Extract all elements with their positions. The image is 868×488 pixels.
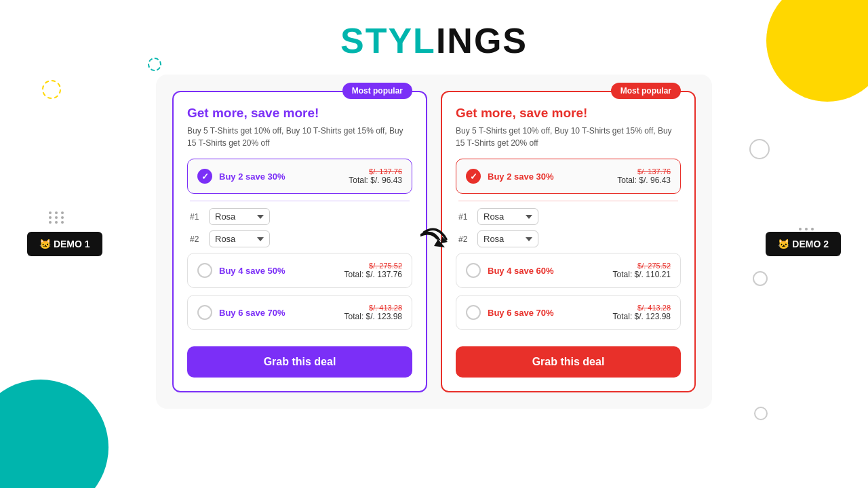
deal-total-right-1: Total: $/. 96.43	[617, 176, 671, 185]
deal-total-right-3: Total: $/. 123.98	[613, 312, 671, 321]
deal-original-left-1: $/. 137.76	[349, 167, 402, 176]
card-right: Most popular Get more, save more! Buy 5 …	[441, 91, 696, 392]
dropdowns-right: #1 Rosa Blue Green #2 Rosa Blue Green	[458, 208, 678, 247]
deal-right-left-3: Buy 6 save 70%	[466, 305, 554, 320]
deco-circle-right-bot	[754, 407, 768, 420]
radio-left-1: ✓	[197, 169, 212, 184]
deal-option-right-1[interactable]: ✓ Buy 2 save 30% $/. 137.76 Total: $/. 9…	[456, 159, 681, 194]
arrow-container	[414, 220, 454, 264]
deal-left-2: Buy 4 save 50%	[197, 263, 285, 278]
dropdown-item-left-1: #1 Rosa Blue Green	[190, 208, 410, 225]
deal-label-right-2: Buy 4 save 60%	[488, 266, 554, 276]
deal-option-right-3[interactable]: Buy 6 save 70% $/. 413.28 Total: $/. 123…	[456, 295, 681, 330]
deal-original-left-3: $/. 413.28	[344, 304, 402, 312]
deal-original-left-2: $/. 275.52	[344, 262, 402, 270]
dropdown-select-left-1[interactable]: Rosa Blue Green	[209, 208, 270, 225]
dropdown-label-left-1: #1	[190, 212, 203, 222]
dropdown-select-right-1[interactable]: Rosa Blue Green	[477, 208, 538, 225]
deal-right-1: $/. 137.76 Total: $/. 96.43	[349, 167, 402, 185]
card-left-desc: Buy 5 T-Shirts get 10% off, Buy 10 T-Shi…	[187, 125, 412, 149]
deal-right-left-1: ✓ Buy 2 save 30%	[466, 169, 554, 184]
radio-left-2	[197, 263, 212, 278]
card-left-title: Get more, save more!	[187, 106, 412, 121]
demo-label-right: 🐱 DEMO 2	[766, 232, 841, 256]
deal-label-left-1: Buy 2 save 30%	[219, 171, 285, 182]
dropdown-select-right-2[interactable]: Rosa Blue Green	[477, 230, 538, 247]
deal-original-right-3: $/. 413.28	[613, 304, 671, 312]
dropdown-label-right-2: #2	[458, 235, 472, 244]
dropdown-label-right-1: #1	[458, 212, 472, 222]
deal-price-right-3: $/. 413.28 Total: $/. 123.98	[613, 304, 671, 321]
deal-right-3: $/. 413.28 Total: $/. 123.98	[344, 304, 402, 321]
deal-total-left-3: Total: $/. 123.98	[344, 312, 402, 321]
deal-right-2: $/. 275.52 Total: $/. 137.76	[344, 262, 402, 279]
radio-right-2	[466, 263, 481, 278]
deal-original-right-2: $/. 275.52	[613, 262, 671, 270]
dropdown-item-right-1: #1 Rosa Blue Green	[458, 208, 678, 225]
card-right-title: Get more, save more!	[456, 106, 681, 121]
radio-left-3	[197, 305, 212, 320]
badge-right: Most popular	[611, 83, 681, 99]
card-right-desc: Buy 5 T-Shirts get 10% off, Buy 10 T-Shi…	[456, 125, 681, 149]
dropdown-item-right-2: #2 Rosa Blue Green	[458, 230, 678, 247]
deal-original-right-1: $/. 137.76	[617, 167, 671, 176]
divider-left	[190, 201, 410, 201]
cta-button-left[interactable]: Grab this deal	[187, 346, 412, 378]
radio-right-1: ✓	[466, 169, 481, 184]
divider-right	[458, 201, 678, 201]
deal-total-right-2: Total: $/. 110.21	[613, 270, 671, 279]
deal-price-right-1: $/. 137.76 Total: $/. 96.43	[617, 167, 671, 185]
deal-option-left-1[interactable]: ✓ Buy 2 save 30% $/. 137.76 Total: $/. 9…	[187, 159, 412, 194]
dropdown-item-left-2: #2 Rosa Blue Green	[190, 230, 410, 247]
brand-black: INGS	[436, 21, 528, 60]
main-container: Most popular Get more, save more! Buy 5 …	[0, 75, 868, 409]
cta-button-right[interactable]: Grab this deal	[456, 346, 681, 378]
brand-teal: STYL	[340, 21, 436, 60]
deal-left-1: ✓ Buy 2 save 30%	[197, 169, 285, 184]
arrow-icon	[414, 220, 454, 261]
dropdowns-left: #1 Rosa Blue Green #2 Rosa Blue Green	[190, 208, 410, 247]
deal-label-right-1: Buy 2 save 30%	[488, 171, 554, 182]
deal-option-left-2[interactable]: Buy 4 save 50% $/. 275.52 Total: $/. 137…	[187, 253, 412, 288]
checkmark-right-icon: ✓	[470, 171, 477, 182]
deal-price-right-2: $/. 275.52 Total: $/. 110.21	[613, 262, 671, 279]
header: STYLINGS	[0, 0, 868, 75]
deal-label-left-2: Buy 4 save 50%	[219, 266, 285, 276]
deal-total-left-1: Total: $/. 96.43	[349, 176, 402, 185]
badge-left: Most popular	[342, 83, 412, 99]
demo-right-text: 🐱 DEMO 2	[778, 239, 829, 249]
demo-label-left: 🐱 DEMO 1	[27, 232, 102, 256]
deal-label-right-3: Buy 6 save 70%	[488, 308, 554, 318]
checkmark-icon: ✓	[201, 171, 209, 182]
deal-total-left-2: Total: $/. 137.76	[344, 270, 402, 279]
deal-right-left-2: Buy 4 save 60%	[466, 263, 554, 278]
deal-label-left-3: Buy 6 save 70%	[219, 308, 285, 318]
deal-option-right-2[interactable]: Buy 4 save 60% $/. 275.52 Total: $/. 110…	[456, 253, 681, 288]
deal-option-left-3[interactable]: Buy 6 save 70% $/. 413.28 Total: $/. 123…	[187, 295, 412, 330]
demo-left-text: 🐱 DEMO 1	[39, 239, 90, 249]
radio-right-3	[466, 305, 481, 320]
dropdown-select-left-2[interactable]: Rosa Blue Green	[209, 230, 270, 247]
dropdown-label-left-2: #2	[190, 235, 203, 244]
deal-left-3: Buy 6 save 70%	[197, 305, 285, 320]
card-left: Most popular Get more, save more! Buy 5 …	[172, 91, 427, 392]
cards-wrapper: Most popular Get more, save more! Buy 5 …	[156, 75, 712, 409]
